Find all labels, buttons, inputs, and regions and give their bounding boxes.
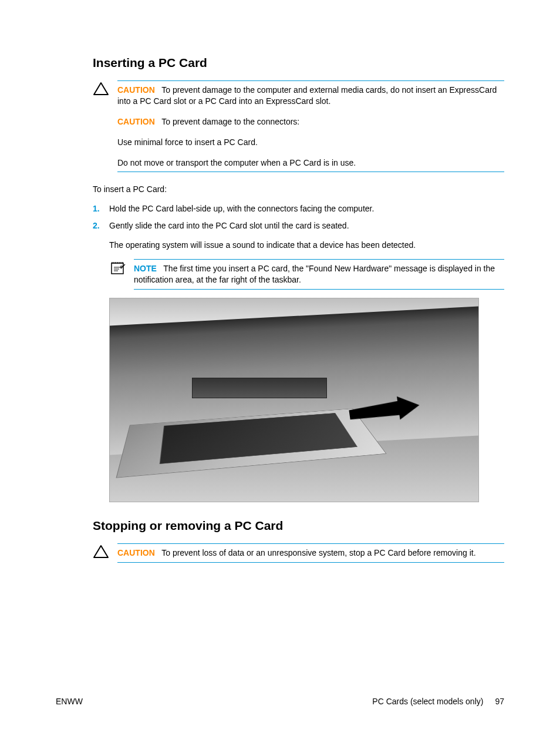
caution-text-2: To prevent loss of data or an unresponsi… — [161, 548, 475, 557]
list-item: 1. Hold the PC Card label-side up, with … — [93, 203, 504, 214]
caution-label: CAUTION — [117, 85, 155, 95]
caution-label: CAUTION — [117, 548, 155, 557]
heading-stopping: Stopping or removing a PC Card — [93, 519, 504, 533]
intro-text: To insert a PC Card: — [93, 184, 504, 195]
caution-content-1: CAUTION To prevent damage to the compute… — [117, 80, 504, 172]
step-text: Hold the PC Card label-side up, with the… — [109, 203, 504, 214]
caution-text-1d: Do not move or transport the computer wh… — [117, 157, 504, 169]
footer-left: ENWW — [56, 697, 83, 706]
caution-content-2: CAUTION To prevent loss of data or an un… — [117, 543, 504, 563]
list-item: 2. Gently slide the card into the PC Car… — [93, 220, 504, 231]
caution-text-1b: To prevent damage to the connectors: — [161, 117, 299, 126]
caution-text-1c: Use minimal force to insert a PC Card. — [117, 137, 504, 148]
step-number: 1. — [93, 203, 109, 214]
steps-list: 1. Hold the PC Card label-side up, with … — [93, 203, 504, 231]
caution-block-2: CAUTION To prevent loss of data or an un… — [93, 543, 504, 563]
step-number: 2. — [93, 220, 109, 231]
note-block-1: NOTE The first time you insert a PC card… — [109, 259, 504, 290]
caution-icon — [93, 80, 109, 98]
note-icon — [109, 259, 126, 278]
page-number: 97 — [495, 697, 504, 706]
sub-body-text: The operating system will issue a sound … — [109, 240, 504, 251]
step-text: Gently slide the card into the PC Card s… — [109, 220, 504, 231]
note-label: NOTE — [134, 264, 157, 273]
caution-icon — [93, 543, 109, 561]
heading-inserting: Inserting a PC Card — [93, 56, 504, 70]
svg-rect-0 — [112, 263, 123, 274]
note-content-1: NOTE The first time you insert a PC card… — [134, 259, 504, 290]
note-text: The first time you insert a PC card, the… — [134, 264, 495, 284]
footer-section: PC Cards (select models only) — [372, 697, 483, 706]
caution-label: CAUTION — [117, 117, 155, 126]
page-footer: ENWW PC Cards (select models only) 97 — [56, 697, 504, 706]
pc-card-illustration — [109, 298, 479, 502]
caution-block-1: CAUTION To prevent damage to the compute… — [93, 80, 504, 172]
caution-text-1a: To prevent damage to the computer and ex… — [117, 85, 497, 106]
